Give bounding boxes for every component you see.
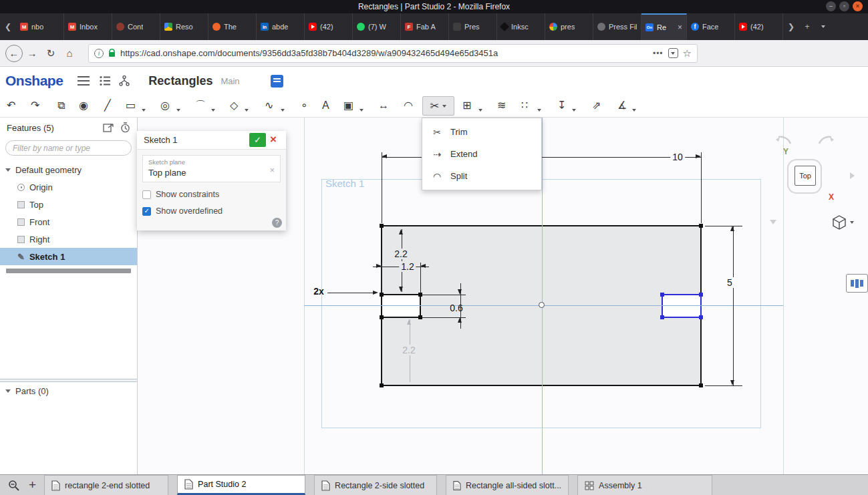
vertex-selected[interactable] [660,293,664,297]
slot-tool-button[interactable]: ▣ [343,98,353,113]
rotate-left-icon[interactable] [774,134,792,145]
checkbox-checked[interactable] [142,207,151,216]
reload-button[interactable]: ↻ [41,47,60,59]
workspace-name[interactable]: Main [221,76,239,86]
offset-tool-button[interactable]: ≋ [497,98,506,113]
browser-tab-15[interactable]: (42) [735,13,783,40]
scroll-tabs-right-button[interactable]: ❯ [783,13,799,40]
pattern-tool-dropdown[interactable] [537,104,541,116]
copy-icon[interactable]: ⧉ [57,98,65,113]
doc-tab-assembly-1[interactable]: Assembly 1 [577,475,712,495]
browser-tab-3[interactable]: Reso [160,13,208,40]
vertex-selected[interactable] [699,315,703,319]
history-branch-icon[interactable] [119,75,130,86]
dimension-line-slot-offset[interactable] [402,229,402,292]
browser-tab-1[interactable]: MInbox [64,13,112,40]
tree-origin[interactable]: Origin [0,178,137,196]
rotate-right-arrow[interactable] [850,172,855,179]
forward-button[interactable]: → [23,47,41,59]
tree-default-geometry[interactable]: Default geometry [0,161,137,178]
slot-left[interactable] [381,294,421,318]
sketch-plane-field[interactable]: Sketch plane Top plane × [142,155,281,182]
show-constraints-row[interactable]: Show constraints [142,190,281,199]
browser-tab-active-onshape[interactable]: OnRe× [641,13,687,40]
vertex[interactable] [699,383,703,387]
url-field[interactable]: i https://cad.onshape.com/documents/9356… [88,44,698,63]
vertex[interactable] [380,383,384,387]
dimension-gray-label[interactable]: 2.2 [400,345,417,355]
trim-tool-button-active[interactable]: ✂ [422,96,454,116]
browser-tab-6[interactable]: (42) [305,13,353,40]
tab-close-icon[interactable]: × [678,23,682,32]
vertex[interactable] [380,293,384,297]
transform-tool-dropdown[interactable] [478,104,482,116]
tree-sketch-1-selected[interactable]: ✎Sketch 1 [0,248,137,265]
vertex[interactable] [380,224,384,228]
home-button[interactable]: ⌂ [60,47,79,59]
browser-tab-7[interactable]: (7) W [353,13,401,40]
fit-view-button[interactable]: ⇗ [592,98,601,113]
browser-tab-10[interactable]: Inksc [497,13,545,40]
circle-tool-dropdown[interactable] [176,104,180,116]
menu-item-split[interactable]: ◠Split [422,165,541,187]
circle-tool-button[interactable]: ◎ [160,98,170,113]
new-tab-button[interactable]: + [799,13,815,40]
dimension-tool-button[interactable]: ↔ [378,98,389,113]
add-tab-button[interactable]: + [29,478,36,492]
dimension-height-label[interactable]: 5 [725,277,734,288]
detach-panel-icon[interactable] [103,124,114,132]
browser-tab-2[interactable]: Cont [112,13,160,40]
doc-tab-rectangle-all-sided[interactable]: Rectangle all-sided slott... [446,475,569,495]
slot-right-selected[interactable] [662,294,702,318]
site-info-icon[interactable]: i [94,49,104,58]
history-icon[interactable] [120,122,130,133]
export-dxf-button[interactable]: ↧ [557,98,566,113]
scroll-tabs-left-button[interactable]: ❮ [0,13,16,40]
tree-right-plane[interactable]: Right [0,230,137,248]
polygon-tool-dropdown[interactable] [245,104,249,116]
export-dxf-dropdown[interactable] [572,104,576,116]
browser-tab-11[interactable]: pres [545,13,593,40]
browser-tab-5[interactable]: inabde [257,13,305,40]
menu-item-extend[interactable]: ⇢Extend [422,143,541,165]
app-menu-icon[interactable] [78,76,90,86]
line-tool-button[interactable]: ╱ [104,98,111,113]
doc-tab-rectangle-2-side[interactable]: Rectangle 2-side slotted [314,475,437,495]
document-status-icon[interactable] [271,75,283,88]
vertex[interactable] [699,224,703,228]
maximize-button[interactable]: ▫ [839,1,849,11]
dimension-line-height[interactable] [733,226,734,385]
arc-tool-button[interactable]: ⌒ [195,98,206,113]
browser-tab-12[interactable]: Press Fil [593,13,641,40]
view-tools-icon[interactable] [846,274,868,293]
slot-tool-dropdown[interactable] [359,104,364,116]
tabs-dropdown-button[interactable] [815,13,831,40]
pattern-tool-button[interactable]: ∷ [521,98,528,113]
browser-tab-8[interactable]: FFab A [401,13,449,40]
measure-tool-button[interactable]: ∡ [617,98,627,113]
doc-tab-part-studio-2-active[interactable]: Part Studio 2 [177,475,305,495]
rollback-bar[interactable] [6,269,131,273]
search-tabs-icon[interactable] [8,480,19,491]
view-options-button[interactable] [833,215,854,230]
origin-point[interactable] [539,302,545,308]
rotate-down-arrow[interactable] [770,220,776,224]
browser-tab-14[interactable]: fFace [687,13,735,40]
dimension-width-label[interactable]: 10 [670,152,685,162]
vertex[interactable] [418,293,422,297]
doc-tab-rectangle-2-end[interactable]: rectangle 2-end slotted [44,475,168,495]
undo-button[interactable]: ↶ [7,98,15,113]
tree-top-plane[interactable]: Top [0,196,137,213]
tree-parts[interactable]: Parts (0) [0,382,137,399]
vertex[interactable] [380,315,384,319]
clear-field-icon[interactable]: × [269,165,275,175]
vertex[interactable] [418,315,422,319]
rectangle-tool-dropdown[interactable] [142,104,146,116]
redo-button[interactable]: ↷ [31,98,39,113]
polygon-tool-button[interactable]: ◇ [230,98,238,113]
transform-tool-button[interactable]: ⊞ [462,98,471,113]
browser-tab-4[interactable]: The [208,13,257,40]
show-overdefined-row[interactable]: Show overdefined [142,206,281,216]
back-button[interactable]: ← [5,45,23,62]
rotate-right-icon[interactable] [818,134,835,145]
